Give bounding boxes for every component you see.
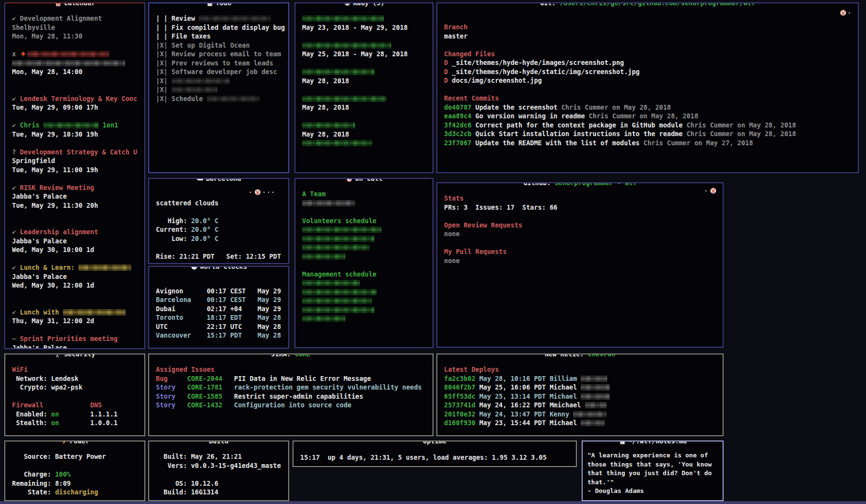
line: scattered clouds [156, 199, 282, 208]
text-segment: Fix compiled date display bug [172, 24, 285, 31]
line: Tue, May 29, 11:00 19h [12, 165, 139, 175]
line [302, 121, 427, 130]
line: Stealth: on 1.0.0.1 [12, 418, 139, 428]
text-segment: senorprogrammer - wtf [555, 182, 637, 187]
line [12, 41, 139, 50]
line [444, 239, 717, 248]
line [302, 261, 427, 270]
line: Rise: 21:21 PDT Set: 12:15 PDT [156, 252, 282, 261]
text-segment: Built: May 26, 21:21 [164, 453, 242, 460]
panel-body: WiFi Network: Lendesk Crypto: wpa2-psk F… [5, 354, 144, 430]
panel-uptime: uptime15:17 up 4 days, 21:31, 5 users, l… [293, 441, 577, 467]
text-segment: High: [156, 217, 191, 225]
line: Thu, May 31, 12:00 2d [12, 316, 139, 326]
text-segment: | | [156, 14, 172, 22]
line: Story CORE-1432 Configuration into sourc… [156, 401, 427, 410]
line: Tue, May 29, 10:30 19h [12, 130, 139, 139]
line: "A learning experience is one of [587, 451, 720, 460]
text-segment: Remaining: 8:09 [12, 479, 71, 487]
text-segment: New Relic: [545, 353, 587, 358]
redacted-text [207, 96, 260, 102]
text-segment: 20.0° C [191, 235, 218, 242]
line: Toronto 18:17 EDT May 28 [156, 313, 282, 322]
line: Built: May 26, 21:21 [164, 452, 282, 461]
line: de40787 Update the screenshot Chris Cumm… [444, 103, 852, 112]
line [302, 296, 427, 305]
panel-body: Source: Battery Power Charge: 100%Remain… [5, 441, 144, 500]
clown-icon [710, 187, 717, 194]
popcorn-icon [54, 2, 62, 7]
redacted-text [12, 60, 125, 66]
line: ✔ Lunch with [12, 308, 139, 317]
clock-icon [191, 266, 198, 270]
text-segment: On Call [355, 178, 382, 182]
text-segment: Current: [156, 226, 191, 233]
text-segment: fa2c3b02 [444, 375, 479, 382]
panel-title: New Relic: Chevron [541, 353, 619, 359]
line: | | Fix compiled date display bug [156, 23, 282, 32]
text-segment: Jabba's Palace [12, 192, 67, 200]
line [12, 392, 139, 401]
text-segment: |X| [156, 59, 172, 67]
line [12, 299, 139, 308]
line: | | File taxes [156, 32, 282, 41]
line: Recent Commits [444, 94, 852, 103]
fencer-icon [54, 353, 62, 358]
text-segment: Git: [540, 2, 560, 7]
line: ~ Sprint Priorities meeting [12, 334, 139, 343]
line: May 23, 2018 - May 29, 2018 [302, 23, 427, 32]
text-segment: May 28, 10:16 PDT Billiam [479, 375, 581, 382]
text-segment: Volunteers schedule [302, 217, 376, 225]
text-segment: May 25, 2018 - May 28, 2018 [302, 50, 408, 58]
line: 3d3c2cb Quick Start installation instruc… [444, 129, 852, 139]
text-segment: 100% [55, 470, 71, 478]
text-segment: Recent Commits [444, 94, 499, 102]
line: 8046f2b7 May 25, 16:06 PDT Michael [444, 383, 717, 392]
text-segment: Story [156, 383, 187, 391]
text-segment: Lunch & Learn: [20, 264, 78, 271]
line: Branch [444, 23, 852, 32]
redacted-text [302, 42, 391, 49]
text-segment: Vancouver 15:17 PDT May 28 [156, 331, 281, 339]
text-segment: Dubai 02:17 +04 May 29 [156, 305, 281, 313]
line: ? Development Strategy & Catch U [12, 148, 139, 157]
line: d160f930 May 23, 15:44 PDT Michael [444, 418, 717, 428]
panel-title: Calendar [51, 2, 99, 8]
line: Current: 20.0° C [156, 225, 282, 234]
text-segment: CORE-1585 [187, 392, 234, 400]
text-segment: d160f930 [444, 419, 479, 427]
redacted-text [199, 15, 271, 22]
panel-title: JIRA: CORE [267, 353, 314, 359]
panel-title: Build [205, 441, 232, 446]
panel-body: Branchmaster Changed FilesD _site/themes… [437, 3, 858, 150]
line [12, 85, 139, 94]
line [12, 76, 139, 86]
panel-title: World Clocks [187, 266, 251, 271]
line: Shelbyville [12, 23, 139, 32]
indicator-dots: · [848, 10, 852, 16]
redacted-text [302, 280, 360, 286]
panel-github: Github: senorprogrammer - wtf·StatsPRs: … [436, 182, 724, 348]
redacted-text [581, 376, 607, 382]
line [444, 40, 852, 50]
text-segment: 2573741d [444, 401, 479, 409]
panel-body: A Team Volunteers schedule Management sc… [295, 179, 433, 326]
text-segment [59, 419, 90, 427]
text-segment: |X| [156, 41, 172, 49]
line [12, 461, 139, 470]
panel-body: ✔ Development AlignmentShelbyvilleMon, M… [5, 3, 144, 349]
text-segment: Rise: 21:21 PDT Set: 12:15 PDT [156, 252, 281, 260]
line [156, 277, 282, 287]
text-segment: Jabba's Palace [12, 273, 67, 280]
panel-title: Github: senorprogrammer - wtf [520, 182, 641, 188]
line [302, 67, 427, 76]
redacted-text [27, 51, 109, 57]
line: Vancouver 15:17 PDT May 28 [156, 331, 282, 340]
line: ✔ RISK Review Meeting [12, 183, 139, 192]
line [302, 139, 427, 148]
line [12, 290, 139, 299]
text-segment: World Clocks [200, 266, 247, 270]
line: Tue, May 29, 11:30 20h [12, 201, 139, 210]
text-segment: Mon, May 28, 11:30 [12, 32, 82, 40]
terminal-dashboard[interactable]: Calendar✔ Development AlignmentShelbyvil… [0, 0, 866, 504]
